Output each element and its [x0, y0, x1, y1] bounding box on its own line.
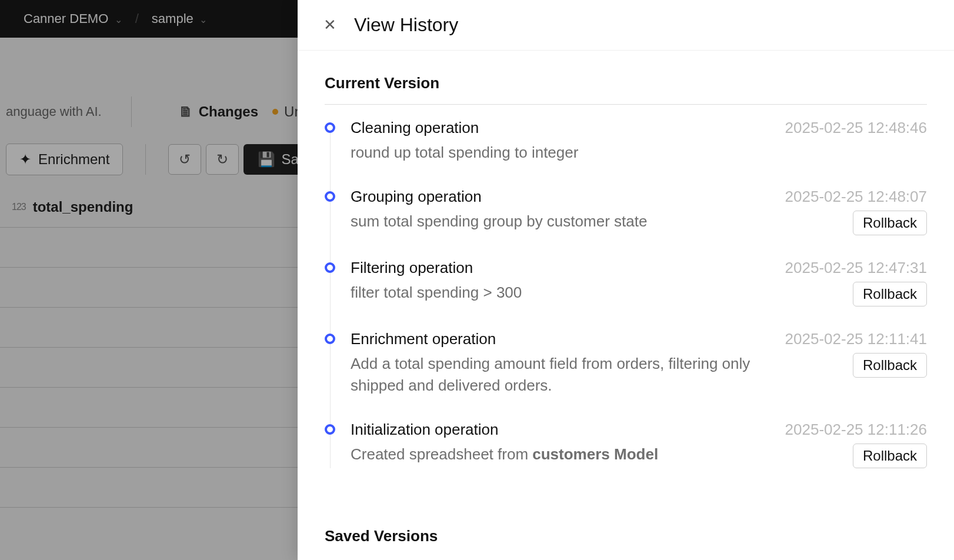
timeline-dot-icon: [325, 191, 335, 202]
timeline-dot-icon: [325, 262, 335, 273]
current-version-heading: Current Version: [325, 74, 927, 105]
close-icon[interactable]: ✕: [322, 16, 338, 34]
entry-title: Cleaning operation: [351, 119, 479, 137]
timeline-dot-icon: [325, 122, 335, 133]
view-history-drawer: ✕ View History Current Version Cleaning …: [298, 0, 954, 560]
history-entry: Enrichment operation 2025-02-25 12:11:41…: [351, 330, 927, 421]
entry-timestamp: 2025-02-25 12:47:31: [785, 259, 927, 277]
entry-title: Filtering operation: [351, 259, 473, 277]
entry-timestamp: 2025-02-25 12:11:41: [785, 330, 927, 348]
timeline-dot-icon: [325, 424, 335, 435]
entry-description: filter total spending > 300: [351, 282, 522, 304]
entry-timestamp: 2025-02-25 12:48:46: [785, 119, 927, 137]
saved-versions-heading: Saved Versions: [325, 527, 927, 545]
rollback-button[interactable]: Rollback: [853, 211, 927, 235]
rollback-button[interactable]: Rollback: [853, 444, 927, 468]
drawer-header: ✕ View History: [298, 0, 954, 51]
entry-description: Created spreadsheet from customers Model: [351, 444, 658, 466]
history-entry: Initialization operation 2025-02-25 12:1…: [351, 421, 927, 492]
history-entry: Filtering operation 2025-02-25 12:47:31 …: [351, 259, 927, 330]
timeline-dot-icon: [325, 334, 335, 344]
entry-description: round up total spending to integer: [351, 142, 578, 164]
history-timeline: Cleaning operation 2025-02-25 12:48:46 r…: [325, 119, 927, 492]
history-entry: Grouping operation 2025-02-25 12:48:07 s…: [351, 188, 927, 259]
history-entry: Cleaning operation 2025-02-25 12:48:46 r…: [351, 119, 927, 188]
entry-title: Enrichment operation: [351, 330, 496, 348]
rollback-button[interactable]: Rollback: [853, 282, 927, 306]
entry-description: Add a total spending amount field from o…: [351, 353, 750, 397]
drawer-title: View History: [354, 14, 458, 36]
entry-title: Grouping operation: [351, 188, 482, 206]
entry-timestamp: 2025-02-25 12:11:26: [785, 421, 927, 439]
rollback-button[interactable]: Rollback: [853, 353, 927, 378]
entry-timestamp: 2025-02-25 12:48:07: [785, 188, 927, 206]
entry-title: Initialization operation: [351, 421, 499, 439]
drawer-body: Current Version Cleaning operation 2025-…: [298, 51, 954, 560]
entry-description: sum total spending group by customer sta…: [351, 211, 647, 233]
